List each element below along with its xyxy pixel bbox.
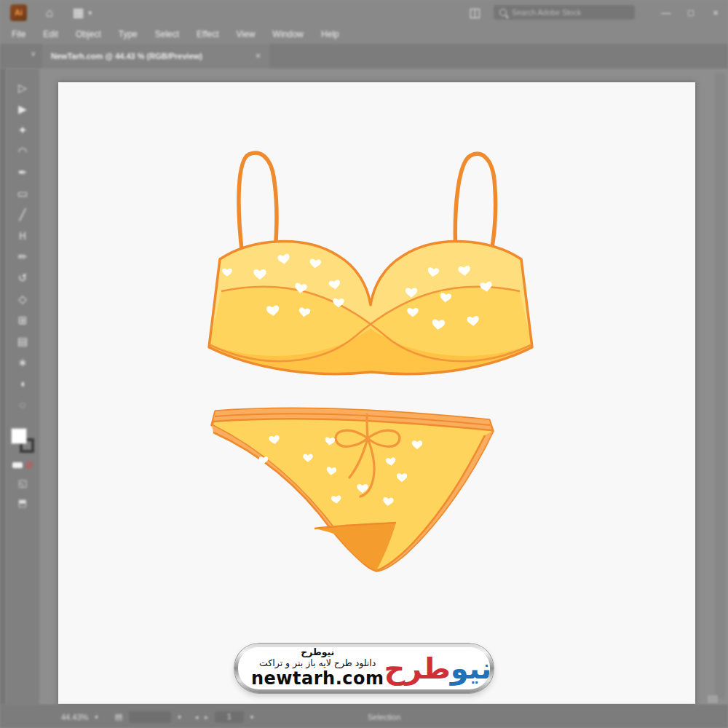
switch-workspace-icon[interactable]: ◫ bbox=[469, 7, 480, 19]
menu-view[interactable]: View bbox=[237, 29, 256, 39]
line-tool-icon[interactable]: ╱ bbox=[19, 207, 25, 228]
zoom-dropdown-icon[interactable]: ▾ bbox=[95, 713, 98, 721]
paintbrush-tool-icon[interactable]: ✏ bbox=[18, 249, 28, 270]
chevron-down-icon[interactable]: ∨ bbox=[31, 50, 36, 58]
watermark-tagline-fa: دانلود طرح لایه باز بنر و تراکت bbox=[251, 658, 384, 668]
fill-swatch[interactable] bbox=[11, 428, 27, 444]
artboard-icon: ▤ bbox=[115, 712, 122, 721]
newtarh-logo: نیوطرح bbox=[384, 647, 490, 689]
menu-select[interactable]: Select bbox=[155, 29, 179, 39]
artboard-number-dropdown-icon[interactable]: ▾ bbox=[250, 713, 254, 721]
artboard-tool-icon[interactable]: ▤ bbox=[17, 333, 28, 355]
direct-selection-tool-icon[interactable]: ▷ bbox=[18, 80, 27, 101]
menu-file[interactable]: File bbox=[12, 29, 25, 39]
document-tab[interactable]: NewTarh.com @ 44.43 % (RGB/Preview) × bbox=[42, 44, 269, 68]
bra-top[interactable] bbox=[209, 153, 532, 374]
bikini-illustration bbox=[58, 82, 695, 704]
watermark-texts: نیوطرح دانلود طرح لایه باز بنر و تراکت n… bbox=[251, 647, 384, 689]
artboard-number-box[interactable]: 1 bbox=[215, 711, 244, 723]
menu-object[interactable]: Object bbox=[76, 29, 101, 39]
type-tool-icon[interactable]: Ｈ bbox=[17, 228, 28, 249]
screen-mode-icon[interactable]: ⬒ bbox=[18, 497, 27, 508]
title-bar: Ai ⌂ ▦ ▾ ◫ Search Adobe Stock — □ × bbox=[0, 0, 728, 25]
prev-artboard-icon[interactable]: ◂ bbox=[195, 713, 199, 721]
status-bar: 44.43% ▾ ▤ ▾ ◂ ▸ 1 ▾ Selection bbox=[0, 705, 728, 728]
artboard-dropdown-icon[interactable]: ▾ bbox=[178, 713, 181, 721]
document-canvas[interactable] bbox=[58, 82, 695, 704]
magic-wand-tool-icon[interactable]: ✦ bbox=[18, 122, 28, 143]
color-controls bbox=[12, 462, 33, 469]
menu-bar: FileEditObjectTypeSelectEffectViewWindow… bbox=[0, 25, 728, 44]
home-icon[interactable]: ⌂ bbox=[46, 7, 53, 19]
chevron-down-icon[interactable]: ▾ bbox=[88, 9, 92, 17]
search-placeholder: Search Adobe Stock bbox=[512, 8, 581, 17]
document-tab-title: NewTarh.com @ 44.43 % (RGB/Preview) bbox=[51, 52, 250, 60]
search-icon bbox=[499, 9, 507, 16]
pen-tool-icon[interactable]: ✒ bbox=[18, 165, 28, 186]
scrollbar-corner[interactable] bbox=[708, 695, 718, 703]
search-input[interactable]: Search Adobe Stock bbox=[494, 5, 635, 20]
tab-close-icon[interactable]: × bbox=[256, 51, 261, 61]
scale-tool-icon[interactable]: ◇ bbox=[18, 291, 27, 312]
newtarh-logo-red: طرح bbox=[384, 652, 450, 685]
hand-tool-icon[interactable]: ◖ bbox=[19, 376, 25, 397]
menu-type[interactable]: Type bbox=[119, 29, 138, 39]
tools-panel: ▷▶✦◠✒▭╱Ｈ✏↺◇⊞▤∗◖◌◱⬒ bbox=[6, 68, 39, 705]
watermark-brand-fa: نیوطرح bbox=[251, 647, 384, 657]
zoom-level[interactable]: 44.43% bbox=[61, 713, 88, 721]
next-artboard-icon[interactable]: ▸ bbox=[205, 713, 208, 721]
zoom-tool-icon[interactable]: ◌ bbox=[20, 397, 26, 418]
minimize-button[interactable]: — bbox=[654, 7, 678, 18]
rectangle-tool-icon[interactable]: ▭ bbox=[17, 186, 28, 207]
close-button[interactable]: × bbox=[703, 7, 728, 18]
current-tool-label: Selection bbox=[368, 713, 400, 721]
illustrator-app-icon: Ai bbox=[10, 4, 27, 21]
tab-bar: ∨ NewTarh.com @ 44.43 % (RGB/Preview) × bbox=[0, 44, 728, 68]
watermark-domain: newtarh.com bbox=[251, 669, 384, 689]
watermark-inner: نیوطرح دانلود طرح لایه باز بنر و تراکت n… bbox=[238, 647, 490, 689]
newtarh-logo-blue: نیو bbox=[451, 652, 490, 685]
toolbar-edge bbox=[0, 68, 6, 705]
vertical-scrollbar[interactable] bbox=[716, 73, 725, 699]
lasso-tool-icon[interactable]: ◠ bbox=[17, 143, 27, 165]
menu-help[interactable]: Help bbox=[321, 29, 339, 39]
drawing-mode-icon[interactable]: ◱ bbox=[18, 478, 27, 488]
eyedropper-tool-icon[interactable]: ∗ bbox=[18, 355, 28, 376]
bikini-bottom[interactable] bbox=[212, 408, 493, 571]
selection-tool-icon[interactable]: ▶ bbox=[18, 101, 27, 122]
menu-effect[interactable]: Effect bbox=[197, 29, 218, 39]
arrange-documents-icon[interactable]: ▦ bbox=[72, 7, 84, 19]
menu-window[interactable]: Window bbox=[272, 29, 304, 39]
maximize-button[interactable]: □ bbox=[678, 7, 703, 18]
shape-builder-tool-icon[interactable]: ⊞ bbox=[18, 312, 28, 333]
menu-edit[interactable]: Edit bbox=[43, 29, 58, 39]
fill-stroke-swatches[interactable] bbox=[11, 428, 34, 453]
none-color-icon[interactable] bbox=[25, 462, 33, 469]
artboard-name-box[interactable] bbox=[129, 711, 171, 723]
rotate-tool-icon[interactable]: ↺ bbox=[18, 270, 28, 291]
color-button[interactable] bbox=[12, 462, 23, 468]
newtarh-watermark: نیوطرح دانلود طرح لایه باز بنر و تراکت n… bbox=[234, 644, 494, 693]
